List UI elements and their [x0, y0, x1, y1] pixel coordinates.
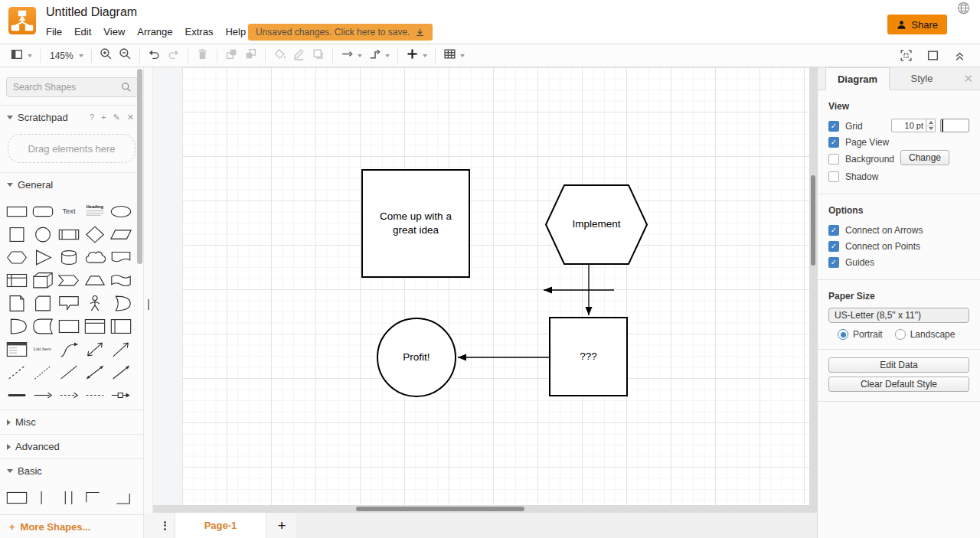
menu-help[interactable]: Help: [219, 24, 252, 40]
shape-dashed-edge[interactable]: [82, 383, 108, 406]
fullscreen-button[interactable]: [897, 47, 916, 64]
shape-bidirectional-arrow[interactable]: [82, 337, 108, 360]
shape-list-item[interactable]: List Item: [30, 337, 56, 360]
shape-ellipse[interactable]: [108, 200, 134, 223]
shape-triangle[interactable]: [30, 246, 56, 269]
drawing-canvas[interactable]: Come up with a great idea Implement???Pr…: [144, 67, 817, 538]
shape-and[interactable]: [4, 315, 30, 337]
horizontal-scrollbar[interactable]: [153, 505, 817, 513]
table-button[interactable]: [440, 46, 468, 65]
shape-rounded-rectangle[interactable]: [30, 200, 56, 223]
add-page-button[interactable]: +: [267, 513, 296, 538]
shape-link[interactable]: [4, 383, 30, 406]
tab-style[interactable]: Style: [890, 67, 954, 90]
menu-extras[interactable]: Extras: [179, 24, 220, 40]
shape-process[interactable]: [56, 223, 82, 246]
shadow-button[interactable]: [309, 46, 328, 65]
shape-container-title[interactable]: [82, 315, 108, 337]
tab-diagram[interactable]: Diagram: [825, 67, 890, 90]
waypoints-button[interactable]: [365, 46, 393, 65]
shape-rectangle[interactable]: [4, 200, 30, 223]
connect-on-arrows-checkbox[interactable]: ✓: [828, 225, 839, 236]
share-button[interactable]: Share: [887, 15, 947, 34]
shape-directional-connector[interactable]: [108, 360, 134, 383]
shape-card[interactable]: [30, 292, 56, 315]
line-color-button[interactable]: [289, 46, 309, 65]
shape-bidirectional-connector[interactable]: [82, 360, 108, 383]
shape-line[interactable]: [56, 360, 82, 383]
shape-curve[interactable]: [56, 337, 82, 360]
shape-textbox[interactable]: Heading: [82, 200, 108, 223]
diagram-node-unknown[interactable]: ???: [549, 317, 628, 396]
fill-color-button[interactable]: [270, 46, 289, 65]
shape-dotted-line[interactable]: [30, 360, 56, 383]
grid-checkbox[interactable]: ✓: [828, 121, 839, 132]
to-front-button[interactable]: [222, 46, 241, 65]
grid-size-stepper[interactable]: [926, 119, 936, 132]
menu-file[interactable]: File: [40, 24, 68, 40]
shape-note[interactable]: [4, 292, 30, 315]
shape-vertical-container[interactable]: [108, 315, 134, 337]
paper-size-select[interactable]: US-Letter (8,5" x 11"): [828, 308, 969, 323]
shape-corner-br[interactable]: [108, 486, 134, 509]
insert-button[interactable]: [403, 46, 430, 65]
guides-checkbox[interactable]: ✓: [828, 257, 839, 268]
shape-data-storage[interactable]: [30, 315, 56, 337]
menu-arrange[interactable]: Arrange: [131, 24, 178, 40]
diagram-node-idea[interactable]: Come up with a great idea: [361, 169, 470, 278]
add-icon[interactable]: +: [101, 112, 106, 122]
background-checkbox[interactable]: [828, 154, 839, 165]
collapse-toolbar-button[interactable]: [950, 47, 969, 64]
shape-arrow-shape[interactable]: [108, 337, 134, 360]
unsaved-changes-banner[interactable]: Unsaved changes. Click here to save.: [248, 24, 433, 41]
globe-icon[interactable]: [957, 2, 970, 15]
shape-circle[interactable]: [30, 223, 56, 246]
shape-actor[interactable]: [82, 292, 108, 315]
shape-cylinder[interactable]: [56, 246, 82, 269]
shape-step[interactable]: [56, 269, 82, 292]
shape-partial-rect-vv[interactable]: [56, 486, 82, 509]
section-advanced[interactable]: Advanced: [0, 435, 143, 458]
shape-parallelogram[interactable]: [108, 223, 134, 246]
change-background-button[interactable]: Change: [900, 150, 949, 165]
format-panel-toggle-button[interactable]: [923, 47, 942, 64]
menu-view[interactable]: View: [97, 24, 131, 40]
shape-corner-tl[interactable]: [82, 486, 108, 509]
shape-basic-rect[interactable]: [4, 486, 30, 509]
zoom-out-button[interactable]: [116, 46, 135, 65]
edit-data-button[interactable]: Edit Data: [828, 357, 969, 373]
to-back-button[interactable]: [241, 46, 260, 65]
zoom-level-button[interactable]: 145%: [45, 49, 87, 63]
grid-color-button[interactable]: [940, 119, 969, 132]
shape-internal-storage[interactable]: [4, 269, 30, 292]
diagram-node-implement[interactable]: Implement: [545, 184, 648, 265]
shape-callout[interactable]: [56, 292, 82, 315]
shape-list[interactable]: [4, 337, 30, 360]
connection-button[interactable]: [338, 46, 365, 65]
shape-labeled-arrow[interactable]: [108, 383, 134, 406]
shape-partial-rect-v[interactable]: [30, 486, 56, 509]
help-icon[interactable]: ?: [90, 112, 94, 122]
pages-menu-icon[interactable]: [155, 513, 175, 538]
shape-arrow-edge[interactable]: [30, 383, 56, 406]
scratchpad-header[interactable]: Scratchpad ? + ✎ ✕: [0, 106, 143, 129]
section-general[interactable]: General: [0, 173, 143, 197]
zoom-in-button[interactable]: [96, 46, 116, 65]
shape-container[interactable]: [56, 315, 82, 337]
undo-button[interactable]: [145, 46, 164, 65]
close-icon[interactable]: ✕: [963, 72, 973, 86]
shape-dashed-edge-arrow[interactable]: [56, 383, 82, 406]
close-icon[interactable]: ✕: [127, 112, 134, 122]
section-basic[interactable]: Basic: [0, 459, 143, 483]
search-input[interactable]: [6, 77, 138, 97]
diagram-node-profit[interactable]: Profit!: [377, 318, 456, 397]
shape-cloud[interactable]: [82, 246, 108, 269]
more-shapes-button[interactable]: + More Shapes...: [0, 514, 144, 538]
delete-button[interactable]: [193, 46, 212, 65]
redo-button[interactable]: [164, 46, 183, 65]
shape-or[interactable]: [108, 292, 134, 315]
page-view-checkbox[interactable]: ✓: [828, 137, 839, 148]
grid-size-input[interactable]: [891, 119, 926, 132]
shape-trapezoid[interactable]: [82, 269, 108, 292]
page-tab[interactable]: Page-1: [175, 513, 266, 538]
